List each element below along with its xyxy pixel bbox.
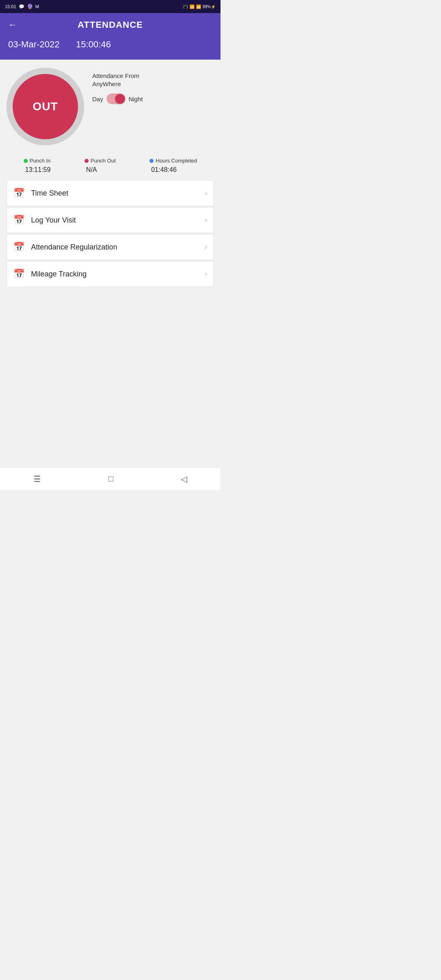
meta-icon: 🔮 [27, 4, 33, 9]
signal-icon: 📶 [196, 4, 201, 9]
anywhere-label: Attendance FromAnyWhere [92, 72, 143, 88]
nav-back-icon[interactable]: ◁ [181, 474, 187, 484]
menu-item-regularization[interactable]: 📅 Attendance Regularization › [7, 234, 214, 260]
header: ← ATTENDANCE 03-Mar-2022 15:00:46 [0, 13, 220, 60]
regularization-label: Attendance Regularization [31, 243, 198, 252]
menu-item-log-visit[interactable]: 📅 Log Your Visit › [7, 207, 214, 233]
mileage-chevron: › [205, 270, 207, 278]
punch-out-dot [85, 159, 89, 163]
mileage-label: Mileage Tracking [31, 270, 198, 278]
main-content: OUT Attendance FromAnyWhere Day Night Pu… [0, 60, 220, 295]
stats-row: Punch In 13:11:59 Punch Out N/A Hours Co… [7, 158, 214, 174]
hours-label: Hours Completed [156, 158, 197, 164]
log-visit-chevron: › [205, 216, 207, 224]
gmail-icon: M [36, 4, 39, 9]
menu-item-timesheet[interactable]: 📅 Time Sheet › [7, 180, 214, 206]
punch-out-value: N/A [85, 166, 97, 174]
nav-menu-icon[interactable]: ☰ [33, 474, 41, 484]
menu-item-mileage[interactable]: 📅 Mileage Tracking › [7, 261, 214, 287]
punch-in-label: Punch In [30, 158, 51, 164]
timesheet-chevron: › [205, 189, 207, 197]
timesheet-icon: 📅 [13, 188, 24, 198]
out-button-container: OUT [7, 68, 84, 145]
out-button[interactable]: OUT [13, 74, 78, 139]
punch-out-stat: Punch Out N/A [85, 158, 116, 174]
battery-icon: 99%⚡ [203, 4, 216, 9]
regularization-icon: 📅 [13, 242, 24, 252]
attendance-section: OUT Attendance FromAnyWhere Day Night [7, 68, 214, 145]
attendance-controls: Attendance FromAnyWhere Day Night [92, 68, 143, 104]
day-night-toggle: Day Night [92, 94, 143, 104]
regularization-chevron: › [205, 243, 207, 251]
hours-dot [149, 159, 154, 163]
wifi-icon: 📶 [189, 4, 194, 9]
log-visit-icon: 📅 [13, 215, 24, 225]
menu-list: 📅 Time Sheet › 📅 Log Your Visit › 📅 Atte… [7, 180, 214, 287]
whatsapp-icon: 💬 [19, 4, 24, 9]
toggle-thumb [115, 94, 125, 104]
status-bar: 15:01 💬 🔮 M 📳 📶 📶 99%⚡ [0, 0, 220, 13]
day-label: Day [92, 96, 103, 102]
nav-home-icon[interactable]: □ [108, 474, 113, 483]
punch-in-stat: Punch In 13:11:59 [24, 158, 51, 174]
hours-completed-stat: Hours Completed 01:48:46 [149, 158, 197, 174]
header-date: 03-Mar-2022 [8, 39, 60, 50]
timesheet-label: Time Sheet [31, 189, 198, 198]
status-right: 📳 📶 📶 99%⚡ [183, 4, 216, 9]
night-label: Night [129, 96, 143, 102]
header-top: ← ATTENDANCE [8, 20, 212, 30]
header-info: 03-Mar-2022 15:00:46 [8, 38, 212, 51]
back-button[interactable]: ← [8, 20, 17, 30]
mileage-icon: 📅 [13, 269, 24, 279]
page-title: ATTENDANCE [78, 20, 143, 30]
status-left: 15:01 💬 🔮 M [5, 4, 39, 9]
punch-in-dot [24, 159, 28, 163]
status-time: 15:01 [5, 4, 16, 9]
hours-value: 01:48:46 [149, 166, 176, 174]
punch-in-value: 13:11:59 [24, 166, 51, 174]
vibrate-icon: 📳 [183, 4, 188, 9]
header-clock: 15:00:46 [76, 39, 111, 50]
out-button-label: OUT [33, 100, 58, 113]
log-visit-label: Log Your Visit [31, 216, 198, 225]
punch-out-label: Punch Out [91, 158, 116, 164]
bottom-nav: ☰ □ ◁ [0, 467, 220, 490]
day-night-toggle-switch[interactable] [107, 94, 125, 104]
